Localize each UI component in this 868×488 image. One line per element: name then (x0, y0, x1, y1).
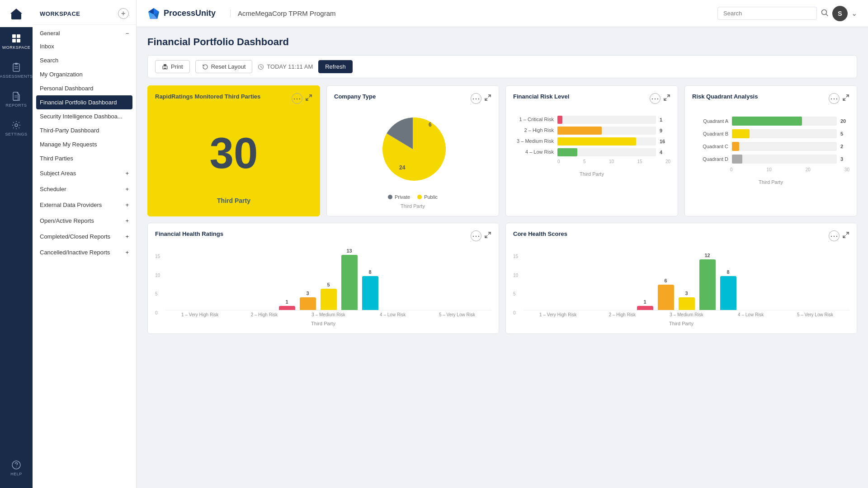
hbar-row-1: 1 – Critical Risk 1 (513, 116, 670, 124)
sidebar-item-security-intelligence[interactable]: Security Intelligence Dashboa... (33, 109, 136, 123)
home-icon (9, 7, 23, 20)
vbar-col-1: 1 (279, 299, 295, 310)
big-number-value: 30 (155, 118, 312, 188)
rapid-ratings-card: RapidRatings Monitored Third Parties ⋯ (147, 85, 320, 216)
expand-icon[interactable] (484, 94, 491, 103)
qbar-row-c: Quadrant C 2 (692, 142, 849, 151)
sidebar-item-scheduler[interactable]: Scheduler + (33, 181, 136, 197)
bottom-cards-grid: Financial Health Ratings ⋯ (147, 223, 857, 334)
sidebar-item-inbox[interactable]: Inbox (33, 39, 136, 53)
sidebar-item-workspace[interactable]: WORKSPACE (0, 27, 33, 56)
card-header: Financial Health Ratings ⋯ (155, 230, 491, 241)
main-area: ProcessUnity AcmeMegaCorp TPRM Program S… (137, 0, 868, 488)
sidebar-general-section: General − (33, 25, 136, 39)
qbar-row-b: Quadrant B 5 (692, 129, 849, 138)
user-avatar[interactable]: S (832, 6, 848, 21)
sidebar-item-cancelled-reports[interactable]: Cancelled/Inactive Reports + (33, 244, 136, 260)
search-input[interactable] (717, 7, 817, 20)
sidebar-item-search[interactable]: Search (33, 53, 136, 67)
sidebar-item-settings[interactable]: SETTINGS (0, 114, 33, 143)
logo-icon (147, 7, 160, 20)
sidebar-item-completed-reports[interactable]: Completed/Closed Reports + (33, 229, 136, 244)
expand-icon[interactable] (663, 94, 670, 103)
print-button[interactable]: Print (155, 60, 190, 73)
qbar-fill (732, 117, 802, 126)
svg-point-14 (12, 461, 20, 469)
sidebar-item-manage-requests[interactable]: Manage My Requests (33, 137, 136, 151)
sidebar-item-reports[interactable]: REPORTS (0, 85, 33, 114)
svg-point-21 (822, 9, 827, 14)
help-button[interactable]: HELP (0, 454, 33, 483)
sidebar-item-personal-dashboard[interactable]: Personal Dashboard (33, 81, 136, 95)
clipboard-icon (11, 62, 21, 72)
legend-private: Private (388, 194, 410, 200)
legend-dot-private (388, 195, 392, 199)
expand-icon[interactable] (842, 231, 849, 240)
svg-rect-6 (13, 64, 19, 71)
sidebar-item-external-data[interactable]: External Data Providers + (33, 197, 136, 213)
legend-dot-public (417, 195, 422, 199)
toolbar: Print Reset Layout TODAY 11:11 AM Refres… (147, 55, 857, 78)
card-header: RapidRatings Monitored Third Parties ⋯ (155, 93, 312, 104)
chart-footer: Third Party (334, 203, 491, 209)
sidebar-item-my-org[interactable]: My Organization (33, 67, 136, 81)
user-chevron-icon[interactable]: ⌄ (851, 9, 857, 18)
svg-rect-2 (12, 34, 16, 38)
legend-public: Public (417, 194, 438, 200)
card-title: Financial Health Ratings (155, 230, 223, 238)
more-options-icon[interactable]: ⋯ (471, 93, 481, 104)
more-options-icon[interactable]: ⋯ (292, 93, 302, 104)
refresh-button[interactable]: Refresh (318, 60, 353, 73)
sidebar-item-financial-portfolio[interactable]: Financial Portfolio Dashboard (36, 95, 132, 109)
qbar-track (732, 129, 837, 138)
hbar-fill (557, 116, 562, 124)
vbar (679, 297, 695, 310)
svg-line-31 (488, 95, 491, 97)
svg-line-37 (846, 95, 849, 97)
card-title: Core Health Scores (513, 230, 567, 238)
card-actions: ⋯ (471, 230, 491, 241)
add-workspace-button[interactable]: + (118, 8, 129, 19)
expand-icon[interactable] (842, 94, 849, 103)
icon-bar-bottom: HELP (0, 454, 33, 488)
sidebar-item-third-party-dashboard[interactable]: Third-Party Dashboard (33, 123, 136, 137)
expand-icon[interactable] (305, 94, 312, 103)
vbar (362, 276, 378, 310)
svg-line-22 (826, 14, 828, 16)
sidebar-item-assessments[interactable]: ASSESSMENTS (0, 56, 33, 85)
more-options-icon[interactable]: ⋯ (829, 93, 840, 104)
top-cards-grid: RapidRatings Monitored Third Parties ⋯ (147, 85, 857, 216)
core-health-card: Core Health Scores ⋯ (505, 223, 857, 334)
company-type-card: Company Type ⋯ (326, 85, 499, 216)
search-area: S ⌄ (717, 6, 857, 21)
vbar-col-1: 1 (637, 299, 653, 310)
svg-rect-4 (12, 39, 16, 42)
vbar-col-3: 5 (321, 282, 337, 310)
sidebar: WORKSPACE + General − Inbox Search My Or… (33, 0, 137, 488)
more-options-icon[interactable]: ⋯ (471, 230, 481, 241)
svg-text:6: 6 (429, 122, 432, 128)
svg-marker-1 (10, 9, 22, 14)
more-options-icon[interactable]: ⋯ (829, 230, 840, 241)
vbar (699, 259, 716, 310)
sidebar-item-subject-areas[interactable]: Subject Areas + (33, 165, 136, 181)
svg-line-39 (488, 232, 491, 235)
reset-layout-button[interactable]: Reset Layout (195, 60, 253, 73)
sidebar-item-open-reports[interactable]: Open/Active Reports + (33, 213, 136, 229)
svg-line-28 (261, 67, 262, 68)
hbar-track (557, 116, 656, 124)
vbar (658, 285, 674, 310)
vbar-col-2: 6 (658, 278, 674, 310)
vbar-x-axis: 1 – Very High Risk 2 – High Risk 3 – Med… (165, 310, 491, 317)
more-options-icon[interactable]: ⋯ (650, 93, 660, 104)
hbar-track (557, 148, 656, 156)
sidebar-item-third-parties[interactable]: Third Parties (33, 151, 136, 165)
print-icon (162, 64, 168, 70)
collapse-general-icon[interactable]: − (126, 30, 129, 37)
expand-icon: + (125, 217, 129, 224)
svg-rect-0 (11, 13, 21, 19)
search-icon[interactable] (821, 9, 829, 19)
y-axis: 15 10 5 0 (513, 254, 518, 317)
icon-bar: WORKSPACE ASSESSMENTS REPORTS SETTINGS (0, 0, 33, 488)
expand-icon[interactable] (484, 231, 491, 240)
